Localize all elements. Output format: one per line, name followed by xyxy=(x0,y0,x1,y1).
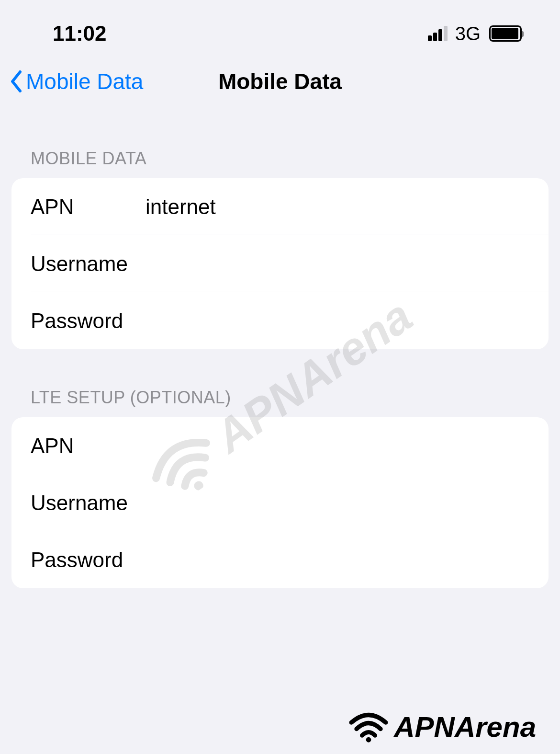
status-indicators: 3G xyxy=(428,23,522,45)
lte-password-label: Password xyxy=(31,548,146,572)
status-time: 11:02 xyxy=(53,22,107,46)
apn-row[interactable]: APN xyxy=(11,178,549,235)
apn-label: APN xyxy=(31,195,146,219)
navigation-bar: Mobile Data Mobile Data xyxy=(0,57,560,105)
password-row[interactable]: Password xyxy=(11,292,549,349)
lte-password-row[interactable]: Password xyxy=(11,531,549,588)
password-input[interactable] xyxy=(146,309,529,333)
watermark-bottom: APNArena xyxy=(347,709,536,744)
svg-point-1 xyxy=(366,737,371,743)
mobile-data-group: APN Username Password xyxy=(11,178,549,349)
page-title: Mobile Data xyxy=(218,69,342,94)
lte-password-input[interactable] xyxy=(146,548,529,572)
back-button[interactable]: Mobile Data xyxy=(10,69,143,94)
username-input[interactable] xyxy=(146,252,529,276)
apn-input[interactable] xyxy=(146,195,529,219)
lte-apn-label: APN xyxy=(31,434,146,458)
lte-username-label: Username xyxy=(31,491,146,515)
back-label: Mobile Data xyxy=(26,69,143,94)
wifi-icon xyxy=(347,709,390,744)
section-header-mobile-data: MOBILE DATA xyxy=(11,149,549,178)
lte-username-row[interactable]: Username xyxy=(11,474,549,531)
username-row[interactable]: Username xyxy=(11,235,549,292)
lte-apn-row[interactable]: APN xyxy=(11,417,549,474)
mobile-data-section: MOBILE DATA APN Username Password xyxy=(11,149,549,349)
lte-section: LTE SETUP (OPTIONAL) APN Username Passwo… xyxy=(11,388,549,588)
lte-group: APN Username Password xyxy=(11,417,549,588)
lte-username-input[interactable] xyxy=(146,491,529,515)
lte-apn-input[interactable] xyxy=(146,434,529,458)
status-bar: 11:02 3G xyxy=(0,0,560,57)
watermark-text: APNArena xyxy=(394,710,536,743)
signal-icon xyxy=(428,26,448,41)
network-type: 3G xyxy=(455,23,481,45)
password-label: Password xyxy=(31,309,146,333)
section-header-lte: LTE SETUP (OPTIONAL) xyxy=(11,388,549,417)
battery-icon xyxy=(489,25,522,42)
username-label: Username xyxy=(31,252,146,276)
chevron-left-icon xyxy=(10,70,23,93)
